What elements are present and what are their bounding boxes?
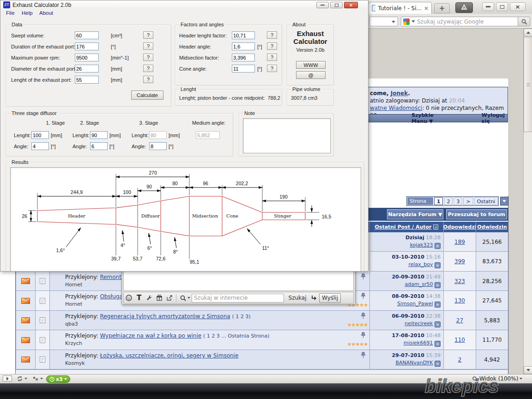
- calculator-titlebar[interactable]: 2T Exhaust Calculator 2.0b ×: [0, 0, 368, 9]
- help-button[interactable]: ?: [267, 54, 277, 61]
- menu-file[interactable]: File: [6, 10, 15, 16]
- page-next-link[interactable]: >: [463, 197, 473, 205]
- menu-about[interactable]: About: [39, 10, 53, 16]
- emoticon-button[interactable]: [124, 293, 134, 303]
- send-button[interactable]: Wyślij: [319, 293, 341, 303]
- search-input[interactable]: [417, 18, 518, 25]
- google-search-box[interactable]: [401, 17, 530, 26]
- duration-input[interactable]: [75, 42, 99, 50]
- goto-post-icon[interactable]: »: [435, 262, 441, 268]
- lastpost-author-link[interactable]: adam_sr50: [405, 281, 433, 287]
- swept-volume-input[interactable]: [75, 31, 99, 39]
- help-button[interactable]: ?: [143, 42, 153, 50]
- page-1-current[interactable]: 1: [434, 197, 443, 205]
- help-button[interactable]: ?: [143, 31, 153, 39]
- settings-button[interactable]: [144, 293, 154, 303]
- tab-close-icon[interactable]: ×: [424, 5, 429, 12]
- note-textarea[interactable]: [243, 118, 331, 153]
- sync-button[interactable]: [17, 375, 27, 382]
- goto-post-icon[interactable]: »: [435, 341, 441, 347]
- stage3-angle-input[interactable]: [149, 142, 167, 150]
- goto-post-icon[interactable]: »: [435, 361, 441, 367]
- quick-menu-button[interactable]: Szybkie Menu ▼: [411, 112, 447, 124]
- replies-count-link[interactable]: 130: [454, 297, 465, 304]
- zoom-control[interactable]: Widok (100%): [472, 375, 522, 382]
- reply-arrow-button[interactable]: [308, 293, 319, 303]
- midsection-factor-input[interactable]: [232, 54, 255, 61]
- help-button[interactable]: ?: [143, 76, 153, 83]
- column-header-lastpost[interactable]: Ostatni Post / Autor ✓: [369, 222, 443, 232]
- opera-turbo-badge[interactable]: x3: [46, 375, 70, 383]
- header-length-factor-input[interactable]: [232, 31, 255, 39]
- replies-count-link[interactable]: 110: [454, 337, 465, 343]
- logout-button[interactable]: Wyloguj się: [482, 112, 508, 124]
- port-length-input[interactable]: [75, 76, 99, 84]
- goto-post-icon[interactable]: »: [435, 243, 441, 249]
- thread-pages-links[interactable]: ( 1 2 3 ... Ostatnia Strona): [203, 333, 270, 339]
- help-button[interactable]: ?: [143, 54, 153, 61]
- replies-count-link[interactable]: 323: [454, 278, 465, 284]
- calc-minimize-button[interactable]: [316, 2, 329, 8]
- browser-maximize-button[interactable]: [496, 2, 508, 11]
- gift-button[interactable]: [154, 293, 164, 303]
- text-format-button[interactable]: T: [134, 293, 144, 303]
- lastpost-author-link[interactable]: BANANvanDYK: [395, 360, 433, 366]
- private-messages-link[interactable]: watne Wiadomości: [370, 105, 422, 111]
- stage1-angle-input[interactable]: [31, 142, 49, 150]
- medium-angle-input[interactable]: [196, 131, 220, 139]
- lastpost-author-link[interactable]: kojak323: [410, 242, 433, 248]
- column-header-views[interactable]: Odwiedzin: [476, 222, 508, 232]
- help-button[interactable]: ?: [267, 42, 277, 50]
- lastpost-author-link[interactable]: Simson_Pawel: [397, 301, 433, 307]
- message-text-area[interactable]: [123, 270, 354, 291]
- web-search-input[interactable]: [192, 294, 284, 302]
- thread-title-link[interactable]: Wypełniacze na wał z korka po winie: [100, 332, 201, 339]
- lastpost-author-link[interactable]: misiek6691: [404, 340, 433, 346]
- port-diameter-input[interactable]: [75, 65, 99, 73]
- thread-pages-links[interactable]: ( 1 2 3): [232, 314, 250, 320]
- page-2-link[interactable]: 2: [444, 197, 453, 205]
- thread-title-link[interactable]: Łożyska, uszczelniacze, oringi, segery w…: [100, 352, 238, 359]
- forum-tools-button[interactable]: Narzędzia Forum ▼: [387, 209, 443, 219]
- goto-post-icon[interactable]: »: [435, 321, 441, 327]
- szukaj-button[interactable]: Szukaj: [287, 295, 308, 301]
- stage3-length-input[interactable]: [149, 131, 167, 139]
- browser-close-button[interactable]: ×: [510, 2, 526, 11]
- header-angle-input[interactable]: [232, 42, 255, 50]
- help-button[interactable]: ?: [143, 65, 153, 72]
- page-3-link[interactable]: 3: [453, 197, 462, 205]
- max-rpm-input[interactable]: [75, 54, 99, 61]
- sort-checkbox-icon[interactable]: ✓: [433, 224, 438, 230]
- fingerprint-button[interactable]: [32, 375, 43, 382]
- scroll-down-button[interactable]: [524, 366, 532, 374]
- search-engine-dropdown-icon[interactable]: [411, 20, 415, 23]
- replies-count-link[interactable]: 189: [454, 239, 465, 245]
- lastpost-author-link[interactable]: relax_boy: [408, 261, 433, 267]
- column-header-replies[interactable]: Odpowiedzi: [443, 222, 476, 232]
- help-button[interactable]: ?: [267, 65, 277, 72]
- vertical-scrollbar[interactable]: [523, 29, 532, 374]
- thread-title-link[interactable]: Regeneracja tylnych amortyzatorów z Sims…: [100, 313, 230, 320]
- stage2-angle-input[interactable]: [90, 142, 108, 150]
- replies-count-link[interactable]: 2: [458, 357, 462, 363]
- calc-maximize-button[interactable]: [330, 2, 343, 8]
- search-forum-button[interactable]: Przeszukaj to forum ▼: [446, 209, 507, 219]
- email-button[interactable]: @: [296, 71, 326, 79]
- username-link[interactable]: Jonek: [391, 90, 408, 97]
- calc-close-button[interactable]: ×: [344, 2, 358, 8]
- browser-tab-tutoriale[interactable]: Tutoriale ! - Si... ×: [368, 2, 432, 14]
- goto-post-icon[interactable]: »: [435, 282, 441, 288]
- replies-count-link[interactable]: 27: [456, 317, 463, 324]
- search-go-button[interactable]: [518, 17, 530, 26]
- lastpost-author-link[interactable]: neitecireek: [405, 320, 433, 326]
- help-button[interactable]: ?: [267, 31, 277, 39]
- stage2-length-input[interactable]: [90, 131, 108, 139]
- page-last-link[interactable]: Ostatni »: [474, 197, 498, 205]
- address-combo[interactable]: [369, 17, 398, 26]
- menu-help[interactable]: Help: [22, 10, 33, 16]
- scrollbar-thumb[interactable]: [524, 37, 532, 132]
- closed-tabs-trash-button[interactable]: [455, 2, 473, 13]
- cone-angle-input[interactable]: [232, 65, 255, 73]
- new-tab-button[interactable]: +: [434, 3, 450, 13]
- goto-post-icon[interactable]: »: [435, 302, 441, 308]
